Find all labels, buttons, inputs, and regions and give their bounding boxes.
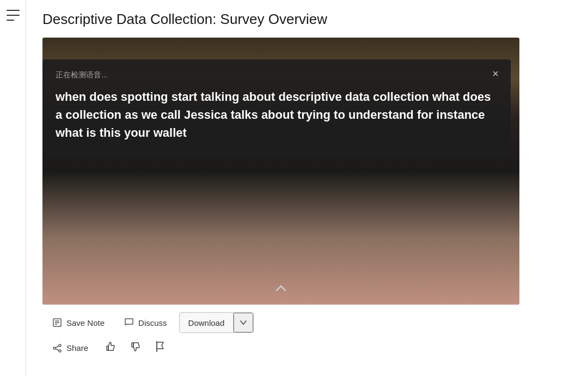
- svg-rect-9: [107, 346, 108, 350]
- download-dropdown-button[interactable]: [234, 313, 253, 332]
- video-player: × 正在检测语音... when does spotting start tal…: [42, 38, 519, 305]
- svg-line-7: [56, 346, 59, 348]
- save-note-icon: [52, 318, 62, 328]
- svg-line-8: [56, 349, 59, 350]
- download-button-group[interactable]: Download: [179, 312, 254, 333]
- action-bar-2: Share: [42, 336, 572, 360]
- flag-icon: [155, 341, 166, 353]
- svg-point-4: [59, 344, 61, 347]
- page-title: Descriptive Data Collection: Survey Over…: [42, 11, 572, 28]
- transcript-panel: × 正在检测语音... when does spotting start tal…: [42, 59, 511, 157]
- main-content: Descriptive Data Collection: Survey Over…: [26, 0, 588, 376]
- close-transcript-button[interactable]: ×: [488, 66, 503, 81]
- discuss-button[interactable]: Discuss: [114, 313, 177, 332]
- thumbs-down-button[interactable]: [123, 336, 148, 360]
- transcript-collapse-button[interactable]: [271, 278, 291, 298]
- share-label: Share: [66, 343, 88, 353]
- discuss-label: Discuss: [138, 318, 167, 328]
- svg-point-6: [59, 350, 61, 352]
- transcript-text: when does spotting start talking about d…: [56, 88, 498, 142]
- transcript-language-label: 正在检测语音...: [56, 70, 498, 80]
- action-bar: Save Note Discuss Download: [42, 312, 572, 333]
- sidebar: [0, 0, 26, 376]
- download-button[interactable]: Download: [180, 313, 234, 332]
- save-note-button[interactable]: Save Note: [42, 313, 114, 332]
- sidebar-menu-icon[interactable]: [7, 10, 20, 21]
- flag-button[interactable]: [148, 336, 172, 360]
- thumbs-down-icon: [130, 341, 142, 353]
- thumbs-up-icon: [105, 341, 117, 353]
- thumbs-up-button[interactable]: [98, 336, 123, 360]
- discuss-icon: [124, 318, 134, 328]
- share-button[interactable]: Share: [42, 339, 98, 357]
- svg-point-5: [53, 347, 56, 349]
- svg-rect-10: [132, 343, 133, 347]
- save-note-label: Save Note: [66, 318, 105, 328]
- share-icon: [52, 343, 62, 353]
